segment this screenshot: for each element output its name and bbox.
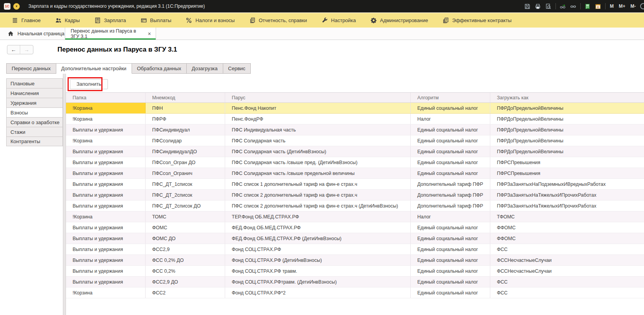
table-cell[interactable]: Выплаты и удержания	[66, 201, 146, 211]
view-tab-5[interactable]: Сервис	[223, 63, 251, 74]
calendar-icon[interactable]: 31	[595, 3, 602, 10]
table-cell[interactable]: ПФС Солидарная часть (ДетиИнвВзносы)	[225, 146, 411, 157]
main-menu-button[interactable]: ▾	[13, 3, 20, 10]
sidebar-item-3[interactable]: Удержания	[6, 98, 63, 107]
menu-item-6[interactable]: Отчетность, справки	[242, 13, 314, 28]
tab-data-transfer[interactable]: Перенос данных из Паруса в ЗГУ 3.1 ×	[65, 28, 156, 40]
memory-button-m[interactable]: M	[609, 3, 614, 9]
table-cell[interactable]: ФЕД.Фонд ОБ.МЕД.СТРАХ.РФ	[225, 222, 411, 233]
table-cell[interactable]: Дополнительный тариф ПФР	[411, 201, 490, 211]
sidebar-item-6[interactable]: Стажи	[6, 127, 63, 137]
table-cell[interactable]: ФСС 0,2% ДО	[146, 255, 225, 265]
table-cell[interactable]: Пенс.Фонд Накопит	[225, 103, 411, 113]
table-cell[interactable]: ПФСиндивидуал	[146, 125, 225, 135]
table-cell[interactable]: !Корзина	[66, 135, 146, 146]
table-cell[interactable]: ФЕД.Фонд ОБ.МЕД.СТРАХ.РФ (ДетиИнвВзносы)	[225, 233, 411, 244]
print-icon[interactable]	[535, 3, 542, 10]
table-cell[interactable]: Выплаты и удержания	[66, 146, 146, 157]
table-cell[interactable]: !Корзина	[66, 287, 146, 298]
table-cell[interactable]: Фонд СОЦ.СТРАХ.РФ (ДетиИнвВзносы)	[225, 255, 411, 265]
save-icon[interactable]	[524, 3, 531, 10]
table-cell[interactable]: ПФС Солидарная часть /свыше пред. (ДетиИ…	[225, 157, 411, 168]
table-cell[interactable]: Единый социальный налог	[411, 244, 490, 254]
table-cell[interactable]: ПФСсол_Огран ДО	[146, 157, 225, 168]
column-header[interactable]: Загружать как	[490, 93, 644, 102]
sidebar-item-1[interactable]: Плановые	[6, 78, 63, 88]
table-cell[interactable]: Единый социальный налог	[411, 125, 490, 135]
table-row[interactable]: Выплаты и удержанияПФСсол_Огран ДОПФС Со…	[66, 157, 644, 168]
table-cell[interactable]: Выплаты и удержания	[66, 255, 146, 265]
table-cell[interactable]: ТФОМС	[490, 211, 644, 222]
column-header[interactable]: Парус	[225, 93, 411, 102]
table-cell[interactable]: ПФРДоПредельнойВеличины	[490, 103, 644, 113]
table-cell[interactable]: ПФРЗаЗанятыхНаТяжелыхИПрочихРаботах	[490, 201, 644, 211]
table-cell[interactable]: Выплаты и удержания	[66, 244, 146, 254]
table-row[interactable]: !КорзинаТОМСТЕР.Фонд ОБ.МЕД.СТРАХ.РФНало…	[66, 211, 644, 222]
table-cell[interactable]: Выплаты и удержания	[66, 179, 146, 189]
table-cell[interactable]: Выплаты и удержания	[66, 125, 146, 135]
table-cell[interactable]: Единый социальный налог	[411, 103, 490, 113]
view-tab-4[interactable]: Дозагрузка	[187, 63, 223, 74]
table-cell[interactable]: Выплаты и удержания	[66, 168, 146, 178]
table-cell[interactable]: ФСС2	[146, 287, 225, 298]
table-cell[interactable]: Единый социальный налог	[411, 135, 490, 146]
table-row[interactable]: Выплаты и удержанияПФСиндивидуалПФС Инди…	[66, 125, 644, 135]
sidebar-item-4[interactable]: Взносы	[6, 107, 63, 117]
memory-button-mminus[interactable]: M-	[630, 3, 637, 9]
table-cell[interactable]: Единый социальный налог	[411, 157, 490, 168]
table-cell[interactable]: ФСС 0,2%	[146, 266, 225, 276]
table-cell[interactable]: ПФС Солидарная часть	[225, 135, 411, 146]
table-cell[interactable]: ПФРДоПредельнойВеличины	[490, 125, 644, 135]
table-cell[interactable]: ПФРСПревышения	[490, 168, 644, 178]
table-cell[interactable]: !Корзина	[66, 211, 146, 222]
table-cell[interactable]: Единый социальный налог	[411, 255, 490, 265]
table-cell[interactable]: ФФОМС	[490, 222, 644, 233]
table-cell[interactable]: ФФОМС	[490, 233, 644, 244]
table-row[interactable]: !КорзинаФСС2Фонд СОЦ.СТРАХ.РФ*2Единый со…	[66, 287, 644, 298]
table-cell[interactable]: ФССНесчастныеСлучаи	[490, 255, 644, 265]
back-button[interactable]: ←	[7, 45, 20, 54]
table-row[interactable]: Выплаты и удержанияПФСсол_ОграничПФС Сол…	[66, 168, 644, 179]
table-cell[interactable]: Выплаты и удержания	[66, 222, 146, 233]
table-row[interactable]: Выплаты и удержанияФСС 0,2%Фонд СОЦ.СТРА…	[66, 266, 644, 277]
fill-button[interactable]: Заполнить	[70, 79, 108, 89]
table-cell[interactable]: ФСС	[490, 277, 644, 287]
table-cell[interactable]: Единый социальный налог	[411, 233, 490, 244]
view-tab-2[interactable]: Дополнительные настройки	[56, 63, 132, 74]
table-cell[interactable]: ПФС_ДТ_1список	[146, 179, 225, 189]
memory-button-mplus[interactable]: M+	[618, 3, 626, 9]
table-cell[interactable]: ПФРДоПредельнойВеличины	[490, 135, 644, 146]
table-cell[interactable]: ФСС	[490, 287, 644, 298]
table-row[interactable]: Выплаты и удержанияПФСиндивидуалДОПФС Со…	[66, 146, 644, 157]
table-row[interactable]: Выплаты и удержанияФОМСФЕД.Фонд ОБ.МЕД.С…	[66, 222, 644, 233]
table-cell[interactable]: ПФС_ДТ_2список	[146, 190, 225, 200]
sidebar-item-7[interactable]: Контрагенты	[6, 137, 63, 146]
table-row[interactable]: !КорзинаПФСсолидарПФС Солидарная частьЕд…	[66, 135, 644, 146]
table-row[interactable]: Выплаты и удержанияФСС2,9 ДОФонд СОЦ.СТР…	[66, 277, 644, 287]
table-cell[interactable]: ПФС_ДТ_2список ДО	[146, 201, 225, 211]
tab-home-page[interactable]: Начальная страница	[0, 28, 65, 40]
table-row[interactable]: Выплаты и удержанияФОМС ДОФЕД.Фонд ОБ.МЕ…	[66, 233, 644, 244]
table-cell[interactable]: Фонд СОЦ.СТРАХ.РФ	[225, 244, 411, 254]
table-cell[interactable]: ФСС	[490, 244, 644, 254]
table-cell[interactable]: ФОМС ДО	[146, 233, 225, 244]
table-cell[interactable]: Выплаты и удержания	[66, 277, 146, 287]
table-cell[interactable]: Единый социальный налог	[411, 287, 490, 298]
table-cell[interactable]: Пенс.ФондРФ	[225, 114, 411, 124]
table-row[interactable]: !КорзинаПФРФПенс.ФондРФНалогПФРДоПредель…	[66, 114, 644, 125]
table-cell[interactable]: ФОМС	[146, 222, 225, 233]
table-cell[interactable]: ПФС список 2 дополнительный тариф на фин…	[225, 201, 411, 211]
table-cell[interactable]: Единый социальный налог	[411, 168, 490, 178]
table-cell[interactable]: ПФРФ	[146, 114, 225, 124]
table-cell[interactable]: Выплаты и удержания	[66, 233, 146, 244]
menu-item-8[interactable]: Администрирование	[363, 13, 436, 28]
history-clock-icon[interactable]	[640, 3, 644, 9]
table-row[interactable]: Выплаты и удержанияПФС_ДТ_1списокПФС спи…	[66, 179, 644, 190]
table-cell[interactable]: Единый социальный налог	[411, 266, 490, 276]
table-cell[interactable]: !Корзина	[66, 114, 146, 124]
column-header[interactable]: Алгоритм	[411, 93, 490, 102]
table-cell[interactable]: Выплаты и удержания	[66, 266, 146, 276]
table-cell[interactable]: Дополнительный тариф ПФР	[411, 190, 490, 200]
sidebar-item-2[interactable]: Начисления	[6, 88, 63, 98]
table-cell[interactable]: ПФС Солидарная часть /свыше предельной в…	[225, 168, 411, 178]
